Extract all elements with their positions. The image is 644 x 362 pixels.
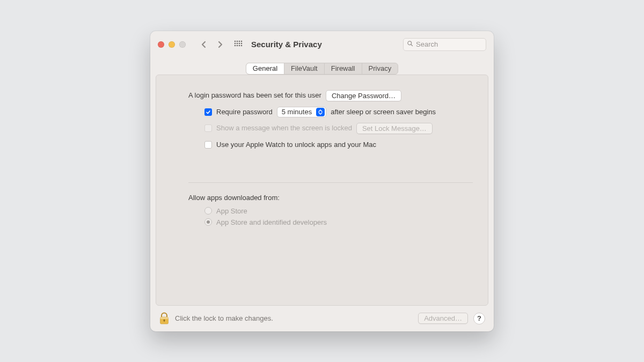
search-icon xyxy=(407,40,413,48)
tab-bar: General FileVault Firewall Privacy xyxy=(246,63,398,75)
close-window-button[interactable] xyxy=(158,41,164,48)
require-password-delay-value: 5 minutes xyxy=(282,107,312,117)
svg-point-12 xyxy=(408,41,412,45)
preferences-window: Security & Privacy General FileVault Fir… xyxy=(150,31,494,331)
require-password-label-pre: Require password xyxy=(216,107,273,117)
tab-filevault[interactable]: FileVault xyxy=(284,63,325,74)
general-panel: A login password has been set for this u… xyxy=(156,75,488,306)
svg-point-11 xyxy=(241,45,243,46)
help-button[interactable]: ? xyxy=(473,313,485,324)
radio-app-store-label: App Store xyxy=(216,207,247,215)
tab-firewall[interactable]: Firewall xyxy=(325,63,362,74)
forward-button[interactable] xyxy=(216,40,224,49)
svg-point-7 xyxy=(241,42,243,44)
svg-line-13 xyxy=(411,45,412,46)
minimize-window-button[interactable] xyxy=(169,41,175,48)
svg-point-6 xyxy=(239,42,240,44)
zoom-window-button[interactable] xyxy=(179,41,186,48)
change-password-button[interactable]: Change Password… xyxy=(326,90,401,101)
search-field[interactable] xyxy=(403,38,486,51)
svg-point-9 xyxy=(237,45,238,46)
apple-watch-unlock-checkbox[interactable] xyxy=(204,141,212,149)
back-button[interactable] xyxy=(200,40,208,49)
radio-app-store xyxy=(204,207,212,215)
svg-point-10 xyxy=(239,45,240,46)
tab-general[interactable]: General xyxy=(246,63,284,74)
require-password-label-post: after sleep or screen saver begins xyxy=(331,107,436,117)
svg-point-5 xyxy=(237,42,238,44)
radio-identified-developers-label: App Store and identified developers xyxy=(216,218,327,226)
search-input[interactable] xyxy=(416,40,482,48)
svg-point-0 xyxy=(235,40,236,42)
footer: Click the lock to make changes. Advanced… xyxy=(150,306,494,331)
require-password-delay-select[interactable]: 5 minutes xyxy=(277,107,326,117)
svg-point-1 xyxy=(237,40,238,42)
lock-icon[interactable] xyxy=(159,312,170,325)
content: General FileVault Firewall Privacy A log… xyxy=(150,58,494,306)
svg-point-8 xyxy=(235,45,236,46)
show-lock-message-checkbox xyxy=(204,124,212,132)
nav-buttons xyxy=(200,40,224,49)
tab-privacy[interactable]: Privacy xyxy=(362,63,398,74)
show-lock-message-label: Show a message when the screen is locked xyxy=(216,123,352,134)
window-title: Security & Privacy xyxy=(251,40,322,49)
login-password-label: A login password has been set for this u… xyxy=(188,90,321,101)
svg-point-2 xyxy=(239,40,240,42)
svg-point-3 xyxy=(241,40,243,42)
lock-hint-label: Click the lock to make changes. xyxy=(175,314,273,322)
set-lock-message-button: Set Lock Message… xyxy=(356,123,433,134)
svg-point-4 xyxy=(235,42,236,44)
divider xyxy=(188,182,473,183)
window-controls xyxy=(158,41,186,48)
svg-rect-15 xyxy=(160,317,169,319)
svg-rect-17 xyxy=(164,320,164,322)
select-stepper-icon xyxy=(316,108,325,116)
radio-identified-developers xyxy=(204,218,212,226)
advanced-button[interactable]: Advanced… xyxy=(418,313,468,324)
show-all-icon[interactable] xyxy=(234,40,243,49)
apple-watch-unlock-label: Use your Apple Watch to unlock apps and … xyxy=(216,139,376,150)
titlebar: Security & Privacy xyxy=(150,31,494,58)
require-password-checkbox[interactable] xyxy=(204,108,212,116)
allow-apps-label: Allow apps downloaded from: xyxy=(188,194,473,202)
